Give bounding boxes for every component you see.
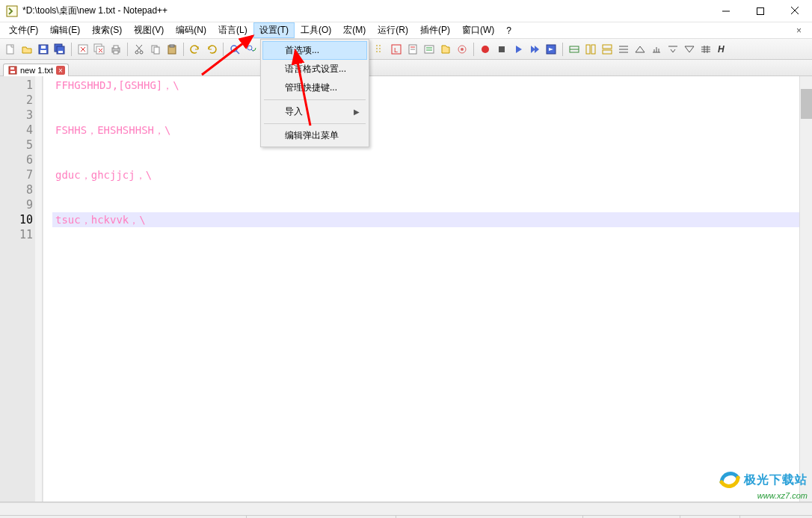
code-line[interactable] [52,108,812,123]
code-line[interactable] [52,227,812,242]
svg-rect-5 [7,45,13,54]
cut-icon[interactable] [132,42,147,57]
extra-tool-icon[interactable] [698,42,713,57]
menu-工具O[interactable]: 工具(O) [295,22,337,38]
extra-tool-icon[interactable] [616,42,631,57]
indent-guide-icon[interactable] [372,42,387,57]
titlebar: *D:\tools\桌面\new 1.txt - Notepad++ [0,0,812,22]
close-button[interactable] [778,0,812,22]
editor: 1234567891011 FFHGSHHDJ,[GSHHG]，\FSHHS，E… [0,76,812,502]
function-list-icon[interactable] [438,42,453,57]
extra-tool-icon[interactable] [583,42,598,57]
svg-point-23 [140,51,143,54]
find-icon[interactable] [227,42,242,57]
svg-rect-55 [425,46,434,53]
open-file-icon[interactable] [19,42,34,57]
file-tab[interactable]: new 1.txt × [3,64,69,76]
window-controls [709,0,812,22]
menu-窗口W[interactable]: 窗口(W) [456,22,500,38]
svg-line-25 [136,45,141,51]
redo-icon[interactable] [204,42,219,57]
save-icon[interactable] [36,42,51,57]
replace-icon[interactable] [244,42,259,57]
minimize-button[interactable] [709,0,743,22]
menu-编辑E[interactable]: 编辑(E) [44,22,86,38]
svg-rect-2 [757,7,764,14]
menu-搜索S[interactable]: 搜索(S) [86,22,128,38]
dropdown-item[interactable]: 首选项... [262,41,367,60]
extra-tool-icon[interactable] [600,42,615,57]
menu-separator [264,99,366,100]
code-line[interactable]: tsuc，hckvvk，\ [52,212,812,227]
stop-icon[interactable] [494,42,509,57]
paste-icon[interactable] [164,42,179,57]
extra-tool-icon[interactable]: H [715,42,730,57]
svg-rect-67 [603,45,612,49]
svg-rect-8 [41,46,46,49]
menu-文件F[interactable]: 文件(F) [3,22,44,38]
horizontal-scrollbar[interactable] [0,502,812,515]
svg-rect-82 [10,71,15,73]
dropdown-item[interactable]: 管理快捷键... [262,78,367,97]
code-line[interactable] [52,182,812,197]
dropdown-item[interactable]: 编辑弹出菜单 [262,126,367,145]
svg-point-22 [135,51,138,54]
print-icon[interactable] [108,42,123,57]
save-all-icon[interactable] [52,42,67,57]
menu-编码N[interactable]: 编码(N) [170,22,212,38]
user-lang-icon[interactable]: L [389,42,404,57]
menubar-close-icon[interactable]: × [789,25,809,36]
close-all-icon[interactable] [92,42,107,57]
svg-rect-29 [170,45,174,47]
menu-?[interactable]: ? [500,24,517,37]
new-file-icon[interactable] [3,42,18,57]
tab-close-icon[interactable]: × [56,66,65,75]
svg-rect-68 [603,50,612,54]
record-icon[interactable] [478,42,493,57]
extra-tool-icon[interactable] [665,42,680,57]
doc-list-icon[interactable] [422,42,437,57]
save-macro-icon[interactable] [544,42,559,57]
copy-icon[interactable] [148,42,163,57]
svg-rect-20 [114,46,118,49]
extra-tool-icon[interactable] [567,42,582,57]
extra-tool-icon[interactable] [633,42,648,57]
code-line[interactable] [52,197,812,212]
play-icon[interactable] [511,42,526,57]
code-line[interactable]: FSHHS，EHSHSHHSH，\ [52,123,812,138]
scrollbar-thumb[interactable] [801,89,812,119]
play-multi-icon[interactable] [527,42,542,57]
maximize-button[interactable] [743,0,778,22]
code-line[interactable] [52,138,812,152]
fold-margin [35,76,43,502]
svg-line-24 [137,45,142,51]
menu-宏M[interactable]: 宏(M) [337,22,372,38]
svg-text:H: H [718,44,725,55]
svg-point-60 [482,46,489,53]
extra-tool-icon[interactable] [682,42,697,57]
unsaved-icon [8,66,17,75]
close-file-icon[interactable] [76,42,90,57]
menu-separator [264,123,366,124]
extra-tool-icon[interactable] [649,42,664,57]
menu-运行R[interactable]: 运行(R) [372,22,414,38]
statusbar: Normal text file length : 87 lines : 11 … [0,515,812,518]
doc-map-icon[interactable] [405,42,420,57]
undo-icon[interactable] [188,42,203,57]
code-area[interactable]: FFHGSHHDJ,[GSHHG]，\FSHHS，EHSHSHHSH，\gduc… [43,76,812,502]
menu-插件P[interactable]: 插件(P) [414,22,456,38]
dropdown-item[interactable]: 语言格式设置... [262,60,367,78]
code-line[interactable] [52,152,812,167]
dropdown-item[interactable]: 导入▶ [262,102,367,121]
code-line[interactable]: FFHGSHHDJ,[GSHHG]，\ [52,78,812,93]
svg-rect-83 [10,67,14,70]
vertical-scrollbar[interactable] [799,76,812,502]
code-line[interactable]: gduc，ghcjjcj，\ [52,167,812,182]
monitor-icon[interactable] [455,42,470,57]
menu-视图V[interactable]: 视图(V) [128,22,170,38]
svg-rect-21 [114,51,118,54]
menu-语言L[interactable]: 语言(L) [212,22,253,38]
code-line[interactable] [52,93,812,108]
menu-设置T[interactable]: 设置(T) [253,22,295,38]
svg-point-59 [461,48,464,51]
